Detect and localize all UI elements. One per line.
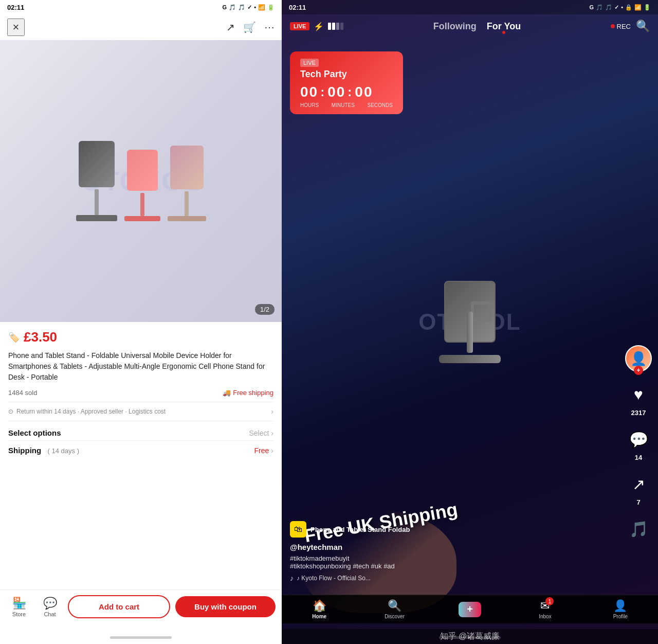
like-button[interactable]: ♥ 2317 [626,382,651,417]
follow-plus-badge: + [634,366,643,375]
g-icon: G [590,4,594,10]
nav-home[interactable]: 🏠 Home [282,599,357,619]
seconds-label: SECONDS [368,102,393,108]
nav-plus[interactable]: + [432,602,507,617]
bar4 [340,23,343,30]
discover-icon: 🔍 [388,599,401,613]
share-count: 7 [636,498,640,506]
video-bottom-info: 🛍 Phone and Tablet Stand Foldab @heytech… [290,521,617,582]
comment-button[interactable]: 💬 14 [626,427,651,461]
comment-icon: 💬 [626,427,651,452]
tiktok-icon2: 🎵 [238,4,245,11]
product-image[interactable]: OTOKOL [0,40,282,322]
select-section: Select options Select › [8,421,273,440]
music-row: ♪ ♪ Kyoto Flow - Official So... [290,574,617,582]
nav-inbox[interactable]: ✉ 1 Inbox [507,599,582,619]
bottom-nav-right: 🏠 Home 🔍 Discover + ✉ 1 Inbox 👤 Profile [282,595,658,623]
like-count: 2317 [631,409,646,417]
stand-1 [76,141,117,221]
minutes-label: MINUTES [332,102,355,108]
stand-2 [124,150,160,221]
following-tab[interactable]: Following [433,21,477,32]
tt-icon1: 🎵 [596,4,603,11]
store-label: Store [12,611,26,617]
share-button[interactable]: ↗ 7 [626,472,651,506]
top-nav-left: × ↗ 🛒 ⋯ [0,14,282,40]
stand-arm [467,312,473,353]
select-chevron: › [271,429,273,437]
username[interactable]: @heytechman [290,543,617,551]
free-label: Free [254,446,269,455]
comment-count: 14 [635,454,642,461]
chat-icon: 💬 [43,597,57,610]
add-button[interactable]: + [459,602,481,617]
nav-discover[interactable]: 🔍 Discover [357,599,432,619]
share-icon-right: ↗ [626,472,651,496]
live-badge: LIVE [290,22,309,30]
shipping-section: Shipping ( 14 days ) Free › [8,440,273,460]
sold-count: 1484 sold [8,389,37,397]
hashtag-line2: #tiktokshopunboxing #tech #uk #ad [290,562,617,570]
inbox-label: Inbox [539,614,551,619]
price: £3.50 [24,329,57,345]
search-icon-right[interactable]: 🔍 [636,20,650,33]
select-options-label: Select options [8,428,61,437]
close-button[interactable]: × [7,19,25,36]
status-bar-right: 02:11 G 🎵 🎵 ✓ • 🔒 📶 🔋 [282,0,658,14]
colon1: : [320,85,325,99]
product-info: 🏷️ £3.50 Phone and Tablet Stand - Foldab… [0,322,282,464]
product-stands [76,141,206,221]
timer-labels: HOURS MINUTES SECONDS [300,102,393,108]
nav-profile[interactable]: 👤 Profile [583,599,658,619]
plus-icon: + [467,603,473,615]
nav-actions: ↗ 🛒 ⋯ [226,21,275,33]
battery-bar [328,23,343,30]
heart-icon: ♥ [626,382,651,407]
profile-label: Profile [613,614,628,619]
returns-row[interactable]: ⊙ Return within 14 days · Approved selle… [8,402,273,421]
more-icon[interactable]: ⋯ [264,21,275,33]
product-in-video [434,281,506,363]
returns-text: ⊙ Return within 14 days · Approved selle… [8,408,166,415]
buy-with-coupon-button[interactable]: Buy with coupon [175,596,276,617]
add-to-cart-button[interactable]: Add to cart [68,595,170,618]
music-note-icon: ♪ [290,574,294,582]
store-button[interactable]: 🏪 Store [6,597,32,617]
status-bar-left: 02:11 G 🎵 🎵 ✓ • 📶 🔋 [0,0,282,14]
rec-label: REC [617,23,631,30]
cart-icon[interactable]: 🛒 [243,21,256,33]
select-button[interactable]: Select › [249,429,273,437]
status-time-left: 02:11 [7,4,24,11]
share-icon[interactable]: ↗ [226,21,235,33]
bar1 [328,23,331,30]
home-indicator-left [110,636,172,639]
timer-seconds: 00 [355,84,373,100]
rec-dot [611,24,615,28]
shipping-left: Shipping ( 14 days ) [8,446,79,455]
shipping-chevron: › [271,446,273,455]
bottom-bar: 🏪 Store 💬 Chat Add to cart Buy with coup… [0,589,282,623]
chat-button[interactable]: 💬 Chat [37,597,63,617]
check2: ✓ [614,4,619,11]
hashtags: #tiktokmademebuyit #tiktokshopunboxing #… [290,554,617,570]
shipping-free[interactable]: Free › [254,446,273,455]
bar3 [336,23,339,30]
top-right-cluster: REC 🔍 [611,20,650,33]
for-you-tab[interactable]: For You [487,21,521,32]
select-label: Select [249,429,269,437]
tt-icon2: 🎵 [605,4,612,11]
wifi2-icon: 📶 [634,4,642,11]
avatar[interactable]: 👤 + [625,345,652,372]
lock-icon: 🔒 [625,4,632,11]
status-icons-left: G 🎵 🎵 ✓ • 📶 🔋 [223,4,275,11]
returns-label: Return within 14 days · Approved seller … [16,408,166,415]
check-circle-icon: ⊙ [8,408,13,415]
home-label: Home [312,614,326,619]
product-image-bg: OTOKOL [0,40,282,322]
tech-party-title: Tech Party [300,69,393,80]
stand-cutout [471,301,491,322]
tiktok-icon1: 🎵 [229,4,236,11]
sold-shipping-row: 1484 sold 🚚 Free shipping [8,389,273,397]
free-shipping-label: Free shipping [233,389,273,397]
colon2: : [348,85,353,99]
